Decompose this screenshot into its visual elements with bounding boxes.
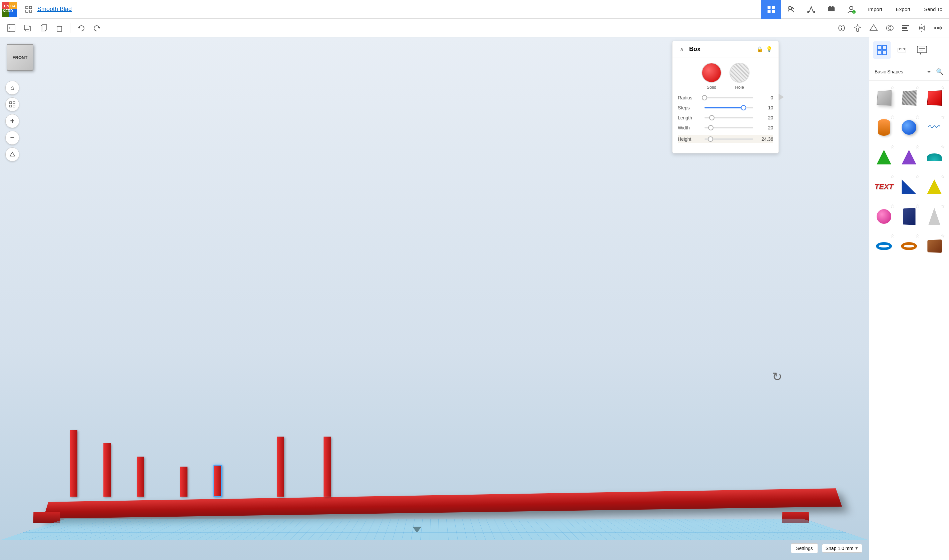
panel-collapse-button[interactable]: ∧ [677,45,686,54]
shape-star-cone[interactable]: ☆ [941,203,945,209]
width-value[interactable]: 20 [757,125,773,131]
shape-item-gray-cube[interactable]: ☆ [872,83,896,112]
width-slider[interactable] [704,127,753,128]
view-cube[interactable]: FRONT [7,44,37,74]
solid-type-item[interactable]: Solid [701,63,721,90]
panel-expand-arrow[interactable] [778,94,784,100]
solid-button[interactable] [701,63,721,83]
shape-star-torus-orange[interactable]: ☆ [915,233,920,238]
build-button[interactable] [801,0,821,18]
steps-value[interactable]: 10 [757,105,773,111]
shape-item-striped-cube[interactable]: ☆ [897,83,921,112]
shape-item-cone[interactable]: ☆ [922,202,946,231]
shape-item-blue-wedge[interactable]: ☆ [897,172,921,201]
document-title[interactable]: Smooth Blad [37,6,72,13]
fit-view-button[interactable] [5,97,19,111]
hole-button[interactable] [729,63,749,83]
shape-star-pink-sphere[interactable]: ☆ [890,203,895,209]
pattern-button[interactable] [930,21,945,35]
mirror-button[interactable] [914,21,929,35]
shape-search-button[interactable]: 🔍 [934,66,945,77]
sidebar-chat-button[interactable] [913,42,931,59]
profile-button[interactable]: + [841,0,861,18]
shape-item-torus-orange[interactable]: ☆ [897,232,921,260]
shape-star-striped-cube[interactable]: ☆ [915,85,920,90]
radius-thumb[interactable] [702,95,707,100]
3d-view-button[interactable] [5,148,19,162]
shape-item-sphere[interactable]: ☆ [897,113,921,142]
shape-star-green-pyramid[interactable]: ☆ [890,144,895,149]
hole-type-item[interactable]: Hole [729,63,749,90]
app-logo[interactable]: TIN KER CA D [0,0,19,18]
shape-star-sphere[interactable]: ☆ [915,114,920,120]
import-button[interactable]: Import [861,0,889,18]
shape-star-yellow-pyramid[interactable]: ☆ [941,174,945,179]
sidebar-ruler-button[interactable] [893,42,911,59]
shape-item-red-cube[interactable]: ☆ [922,83,946,112]
length-thumb[interactable] [709,115,715,120]
shape-star-squiggle[interactable]: ☆ [941,114,945,120]
shape-item-brown-box[interactable]: ☆ [922,232,946,260]
shape-star-blue-wedge[interactable]: ☆ [915,174,920,179]
shape-star-brown-box[interactable]: ☆ [941,233,945,238]
shape-item-navy-box[interactable]: ☆ [897,202,921,231]
zoom-in-button[interactable]: + [5,114,19,128]
shape-star-red-cube[interactable]: ☆ [941,85,945,90]
shape-item-cylinder[interactable]: ☆ [872,113,896,142]
copy-button[interactable] [36,21,51,35]
rotation-handle[interactable]: ↺ [772,370,782,384]
snap-dropdown-button[interactable]: ▼ [855,546,858,551]
shape-item-purple-pyramid[interactable]: ☆ [897,143,921,171]
delete-button[interactable] [52,21,67,35]
shape-star-cylinder[interactable]: ☆ [890,114,895,120]
panel-bulb-button[interactable]: 💡 [764,45,774,54]
send-to-button[interactable]: Send To [917,0,949,18]
shape-item-yellow-pyramid[interactable]: ☆ [922,172,946,201]
shape-item-torus-blue[interactable]: ☆ [872,232,896,260]
shape-star-gray-cube[interactable]: ☆ [890,85,895,90]
shape-item-squiggle[interactable]: 〰 ☆ [922,113,946,142]
height-slider[interactable] [704,138,753,140]
shape-outline-button[interactable] [866,21,881,35]
shape-star-torus-blue[interactable]: ☆ [890,233,895,238]
home-view-button[interactable]: ⌂ [5,81,19,95]
inspect-button[interactable] [834,21,849,35]
shape-subtract-button[interactable] [882,21,897,35]
shape-item-teal-half[interactable]: ☆ [922,143,946,171]
activity-button[interactable] [781,0,801,18]
shape-star-teal[interactable]: ☆ [941,144,945,149]
viewport[interactable]: FRONT ⌂ + − [0,37,869,560]
copy-to-workplane-button[interactable] [4,21,19,35]
shape-star-navy-box[interactable]: ☆ [915,203,920,209]
redo-button[interactable] [90,21,105,35]
width-thumb[interactable] [708,125,714,131]
zoom-out-button[interactable]: − [5,131,19,145]
sidebar-grid-button[interactable] [873,42,891,59]
duplicate-button[interactable] [20,21,35,35]
undo-button[interactable] [74,21,88,35]
column-selected[interactable] [214,465,222,497]
radius-value[interactable]: 0 [757,95,773,100]
snap-value[interactable]: 1.0 mm [838,546,853,551]
shape-library-select[interactable]: Basic Shapes Letters Connectors Featured [873,69,932,75]
export-button[interactable]: Export [889,0,917,18]
steps-thumb[interactable] [741,105,746,111]
shape-item-pink-sphere[interactable]: ☆ [872,202,896,231]
view-cube-face[interactable]: FRONT [7,44,33,71]
shape-star-purple-pyramid[interactable]: ☆ [915,144,920,149]
shape-item-text[interactable]: TEXT ☆ [872,172,896,201]
brick-button[interactable] [821,0,841,18]
shape-item-green-pyramid[interactable]: ☆ [872,143,896,171]
height-value[interactable]: 24.36 [757,136,773,142]
radius-slider[interactable] [704,97,753,98]
shape-star-text[interactable]: ☆ [890,174,895,179]
steps-slider[interactable] [704,107,753,108]
light-button[interactable] [850,21,865,35]
panel-lock-button[interactable]: 🔒 [755,45,764,54]
menu-grid-button[interactable] [23,3,35,15]
align-button[interactable] [898,21,913,35]
length-slider[interactable] [704,117,753,118]
settings-button[interactable]: Settings [791,543,818,553]
height-thumb[interactable] [708,136,713,142]
grid-view-button[interactable] [761,0,781,18]
